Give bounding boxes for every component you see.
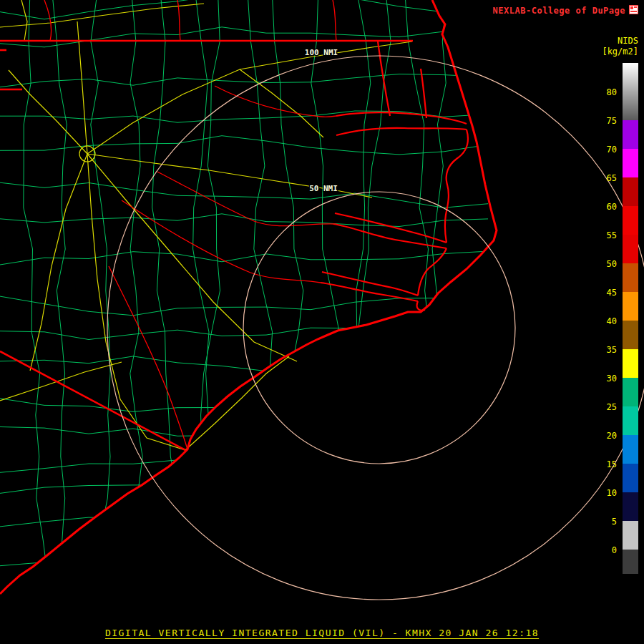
neuse-river-shore bbox=[321, 272, 418, 301]
header: NEXLAB-College of DuPage bbox=[493, 4, 638, 17]
colorbar: 80757065605550454035302520151050 bbox=[592, 63, 638, 574]
colorbar-units: [kg/m2] bbox=[602, 47, 638, 57]
colorbar-step: 65 bbox=[592, 149, 638, 177]
colorbar-step: 20 bbox=[592, 406, 638, 435]
colorbar-step: 35 bbox=[592, 321, 638, 349]
colorbar-step: 30 bbox=[592, 349, 638, 378]
colorbar-step: 55 bbox=[592, 206, 638, 235]
brand-text: NEXLAB-College of DuPage bbox=[493, 6, 625, 16]
colorbar-step: 45 bbox=[592, 263, 638, 292]
radar-display: 50 NMI 100 NMI NEXLAB-College of DuPage … bbox=[0, 0, 644, 644]
cod-flag-icon bbox=[629, 4, 638, 17]
albemarle-sound-shore bbox=[336, 42, 467, 135]
colorbar-title: NIDS bbox=[602, 36, 638, 47]
range-ring-100nmi-label: 100 NMI bbox=[305, 48, 338, 57]
colorbar-step: 25 bbox=[592, 378, 638, 406]
colorbar-step: 0 bbox=[592, 521, 638, 550]
range-ring-100nmi bbox=[107, 56, 644, 600]
pamlico-river-shore bbox=[333, 213, 447, 248]
colorbar-step: 60 bbox=[592, 177, 638, 206]
range-ring-50nmi-label: 50 NMI bbox=[309, 184, 338, 193]
roanoke-river bbox=[215, 86, 336, 117]
range-rings: 50 NMI 100 NMI bbox=[107, 48, 644, 600]
neuse-river-upper bbox=[122, 200, 321, 283]
colorbar-step: 40 bbox=[592, 292, 638, 321]
colorbar-step: 10 bbox=[592, 464, 638, 492]
radar-map: 50 NMI 100 NMI bbox=[0, 0, 644, 644]
colorbar-header: NIDS [kg/m2] bbox=[602, 36, 638, 57]
product-caption: DIGITAL VERTICALLY INTEGRATED LIQUID (VI… bbox=[0, 628, 644, 638]
colorbar-step: 50 bbox=[592, 235, 638, 263]
colorbar-step: 75 bbox=[592, 92, 638, 120]
colorbar-cap bbox=[592, 550, 638, 574]
colorbar-step: 5 bbox=[592, 492, 638, 521]
cape-fear-river bbox=[109, 266, 187, 449]
range-ring-50nmi bbox=[243, 192, 515, 464]
colorbar-step: 15 bbox=[592, 435, 638, 464]
colorbar-step: 80 bbox=[592, 63, 638, 92]
colorbar-step: 70 bbox=[592, 120, 638, 149]
